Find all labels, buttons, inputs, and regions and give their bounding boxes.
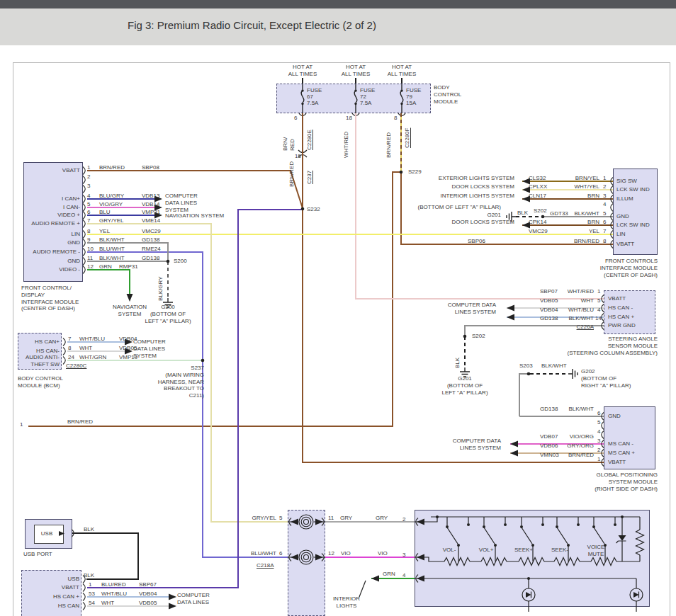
lm-pin10-name: AUDIO REMOTE - xyxy=(33,249,80,256)
feed1-wire2-color: BRN/RED xyxy=(288,156,295,187)
g200-wire-color: BLK/GRY xyxy=(157,271,164,301)
rm-pin7-name: LIN xyxy=(616,231,625,238)
sas-row1: SBP07WHT/RED xyxy=(540,288,594,295)
splice-s232: S232 xyxy=(307,206,320,213)
hot-label-3: HOT AT ALL TIMES xyxy=(381,64,423,78)
sas-pin14-name: PWR GND xyxy=(608,322,636,329)
feed1-connector2: C237 xyxy=(306,157,313,184)
fuse-79-label: FUSE7915A xyxy=(406,87,421,106)
rm-pin7-num: 7 xyxy=(603,228,606,235)
feed1-wire-color: BRN/ RED xyxy=(282,118,296,151)
lm-pin1-name: VBATT xyxy=(62,167,80,174)
gps-pin1-num: 1 xyxy=(597,456,600,463)
interior-lights-ref: INTERIOR LIGHTS xyxy=(325,595,368,610)
rm-ref-interior-lights: INTERIOR LIGHTS SYSTEM xyxy=(441,193,514,200)
lm-pin11-name: GND xyxy=(67,258,80,265)
rm-ref-door-locks: DOOR LOCKS SYSTEM xyxy=(452,183,514,190)
sas-name: STEERING ANGLE SENSOR MODULE (STEERING C… xyxy=(568,336,658,356)
rm-pin5-num: 5 xyxy=(603,210,606,217)
hot-label-2: HOT AT ALL TIMES xyxy=(334,64,377,78)
radio-usb-pin-name: USB xyxy=(68,576,79,583)
radio-vbatt-pin-name: VBATT xyxy=(62,584,79,591)
radio-hscann-pin-name: HS CAN xyxy=(58,603,79,610)
feed1-pin2: 15 xyxy=(295,153,301,160)
gps-row1: VMN03BRN/RED xyxy=(540,452,594,458)
lm-row8: 8YELVMC29 xyxy=(87,228,161,234)
lm-row4: 4BLU/GRYVDB13 xyxy=(87,193,159,199)
lm-pin4-name: I CAN+ xyxy=(62,195,80,203)
lm-pin8-name: LIN xyxy=(72,231,80,238)
bcm-row24: 24WHT/GRNVMP19 xyxy=(68,354,137,360)
rm-row3: CLN17BRN xyxy=(529,193,599,199)
rm-row6: CPK14BRN xyxy=(529,219,599,225)
cs-connector: C218A xyxy=(257,562,274,569)
rm-pin6-num: 6 xyxy=(603,219,606,226)
rm-name: FRONT CONTROLS INTERFACE MODULE (CENTER … xyxy=(600,258,658,278)
rm-pin4-num: 4 xyxy=(603,201,606,208)
gps-pin4-num: 4 xyxy=(597,428,600,435)
gps-row2: VDB06GRY/ORG xyxy=(540,443,594,449)
radio-hscanp-pin-name: HS CAN + xyxy=(53,593,79,600)
gps-row3: VDB07VIO/ORG xyxy=(540,433,594,440)
rm-pin8-name: VBATT xyxy=(616,241,634,248)
sw-pin3-color: VIO xyxy=(378,550,388,557)
window-top-bar xyxy=(0,0,676,8)
sas-row5: VDB05WHT xyxy=(540,297,594,304)
usb-port-name: USB PORT xyxy=(23,551,52,558)
rm-pin5-name: GND xyxy=(616,213,629,220)
lm-row11: 11BLK/WHTGD138 xyxy=(87,255,159,261)
bcm-pin24-name: AUDIO ANTI- THEFT SW xyxy=(26,354,60,368)
splice-s203: S203 xyxy=(519,363,533,370)
fuse-67-label: FUSE677.5A xyxy=(307,87,322,106)
cs-pin6-num: 6 xyxy=(279,550,282,557)
splice-s229: S229 xyxy=(408,169,422,176)
lm-row3: 3 xyxy=(87,183,90,189)
cs-pin11-num: 11 xyxy=(328,515,334,522)
voice-mute-switch-label: VOICE MUTE xyxy=(578,544,614,558)
figure-title: Fig 3: Premium Radio Circuit, Except Ele… xyxy=(128,19,376,31)
sw-pin4-color: GRN xyxy=(383,571,395,578)
cs-pin5-num: 5 xyxy=(279,515,282,522)
rm-row1: CLS32BRN/YEL xyxy=(529,175,599,181)
rm-ref-door-locks-2: DOOR LOCKS SYSTEM xyxy=(452,219,514,226)
sas-pin5-num: 5 xyxy=(597,297,600,304)
gps-pin1-name: VBATT xyxy=(608,459,626,466)
usb-wire-color-2: BLK xyxy=(84,572,94,579)
rm-ref-exterior-lights: EXTERIOR LIGHTS SYSTEM xyxy=(439,175,514,182)
bcm-name: BODY CONTROL MODULE (BCM) xyxy=(18,375,63,389)
rm-pin2-name: LCK SW IND xyxy=(616,186,650,193)
vol-plus-switch-label: VOL+ xyxy=(471,547,502,554)
radio-row1: 1BLU/REDSBP67 xyxy=(89,581,157,588)
radio-computer-data-lines-ref: COMPUTER DATA LINES xyxy=(177,592,210,606)
rm-pin8-num: 8 xyxy=(603,238,606,245)
feed-wire-color: BRN/RED xyxy=(67,418,93,426)
bcm-row7: 7WHT/BLUVDB04 xyxy=(68,336,137,342)
sas-row4: VDB04WHT/BLU xyxy=(540,307,594,313)
sas-pin14-num: 14 xyxy=(595,315,602,322)
usb-wire-color-1: BLK xyxy=(84,526,94,533)
sw-pin4-num: 4 xyxy=(402,572,405,579)
rm-pin6-name: LCK SW IND xyxy=(616,222,650,229)
feed3-pin: 8 xyxy=(394,115,397,122)
rm-pin3-name: ILLUM xyxy=(616,195,633,203)
gps-computer-data-lines-ref: COMPUTER DATA LINES SYSTEM xyxy=(453,438,501,452)
cs-pin11-color: GRY xyxy=(340,515,352,522)
bcm-row8: 8WHTVDB05 xyxy=(68,345,137,351)
fusebox-module-label: BODY CONTROL MODULE xyxy=(434,84,461,105)
gps-pin3-name: MS CAN - xyxy=(608,440,633,447)
hot-label-1: HOT AT ALL TIMES xyxy=(281,64,324,78)
lm-navigation-ref: NAVIGATION SYSTEM xyxy=(165,212,224,219)
rm-row8: SBP06BRN/RED xyxy=(468,238,599,244)
sas-connector: C226A xyxy=(577,324,594,331)
feed3-connector: C2280F xyxy=(404,115,411,148)
gps-pin6-name: GND xyxy=(608,413,621,420)
s203-wire-color: BLK/WHT xyxy=(541,363,567,370)
splice-s202: S202 xyxy=(534,207,547,215)
cs-pin5-color: GRY/YEL xyxy=(252,515,276,522)
sas-pin4-name: HS CAN + xyxy=(608,314,634,321)
gps-pin6-num: 6 xyxy=(597,410,600,417)
sas-computer-data-lines-ref: COMPUTER DATA LINES SYSTEM xyxy=(448,302,496,316)
g201b-wire-color: BLK xyxy=(454,344,461,368)
sas-row14: GD138BLK/WHT xyxy=(540,315,594,321)
radio-row54: 54WHTVDB05 xyxy=(89,600,157,606)
